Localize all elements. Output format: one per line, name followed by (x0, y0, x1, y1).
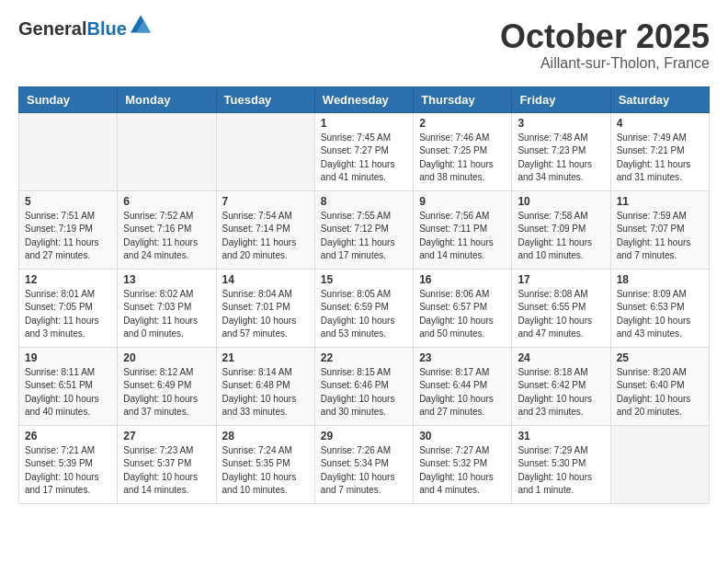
calendar-day-cell: 20Sunrise: 8:12 AM Sunset: 6:49 PM Dayli… (118, 347, 216, 425)
day-number: 26 (25, 430, 111, 442)
calendar-day-cell: 31Sunrise: 7:29 AM Sunset: 5:30 PM Dayli… (512, 425, 610, 503)
calendar-day-cell: 8Sunrise: 7:55 AM Sunset: 7:12 PM Daylig… (314, 190, 413, 269)
calendar-day-cell: 17Sunrise: 8:08 AM Sunset: 6:55 PM Dayli… (512, 269, 610, 347)
calendar-day-cell: 4Sunrise: 7:49 AM Sunset: 7:21 PM Daylig… (610, 112, 709, 190)
calendar-day-cell: 26Sunrise: 7:21 AM Sunset: 5:39 PM Dayli… (19, 425, 118, 503)
calendar-day-cell: 19Sunrise: 8:11 AM Sunset: 6:51 PM Dayli… (19, 347, 118, 425)
day-info: Sunrise: 8:06 AM Sunset: 6:57 PM Dayligh… (419, 288, 506, 341)
day-info: Sunrise: 8:08 AM Sunset: 6:55 PM Dayligh… (518, 288, 604, 341)
day-info: Sunrise: 8:11 AM Sunset: 6:51 PM Dayligh… (25, 366, 111, 419)
day-number: 16 (419, 273, 506, 286)
calendar-day-cell: 30Sunrise: 7:27 AM Sunset: 5:32 PM Dayli… (414, 425, 512, 503)
day-info: Sunrise: 7:29 AM Sunset: 5:30 PM Dayligh… (518, 444, 604, 498)
day-number: 1 (321, 117, 407, 130)
day-info: Sunrise: 8:20 AM Sunset: 6:40 PM Dayligh… (617, 366, 703, 419)
calendar-day-cell: 13Sunrise: 8:02 AM Sunset: 7:03 PM Dayli… (118, 269, 216, 347)
day-info: Sunrise: 7:54 AM Sunset: 7:14 PM Dayligh… (222, 210, 309, 263)
title-section: October 2025 Aillant-sur-Tholon, France (500, 18, 710, 72)
calendar-day-cell: 6Sunrise: 7:52 AM Sunset: 7:16 PM Daylig… (118, 190, 216, 269)
day-number: 30 (419, 430, 506, 442)
day-info: Sunrise: 7:59 AM Sunset: 7:07 PM Dayligh… (617, 210, 703, 263)
day-number: 13 (123, 273, 210, 286)
calendar-day-cell: 12Sunrise: 8:01 AM Sunset: 7:05 PM Dayli… (19, 269, 118, 347)
calendar-table: SundayMondayTuesdayWednesdayThursdayFrid… (18, 86, 710, 504)
calendar-day-cell: 16Sunrise: 8:06 AM Sunset: 6:57 PM Dayli… (414, 269, 512, 347)
day-info: Sunrise: 7:46 AM Sunset: 7:25 PM Dayligh… (419, 132, 506, 185)
day-number: 19 (25, 351, 111, 364)
day-number: 10 (518, 195, 604, 208)
calendar-day-cell: 18Sunrise: 8:09 AM Sunset: 6:53 PM Dayli… (610, 269, 709, 347)
month-title: October 2025 (500, 18, 710, 55)
calendar-day-cell (216, 112, 314, 190)
logo-general: GeneralBlue (18, 18, 127, 39)
calendar-day-cell: 25Sunrise: 8:20 AM Sunset: 6:40 PM Dayli… (610, 347, 709, 425)
day-number: 12 (25, 273, 111, 286)
day-number: 20 (123, 351, 210, 364)
day-info: Sunrise: 7:49 AM Sunset: 7:21 PM Dayligh… (617, 132, 703, 185)
calendar-day-cell: 3Sunrise: 7:48 AM Sunset: 7:23 PM Daylig… (512, 112, 610, 190)
day-number: 25 (617, 351, 703, 364)
day-number: 7 (222, 195, 309, 208)
calendar-day-cell: 2Sunrise: 7:46 AM Sunset: 7:25 PM Daylig… (414, 112, 512, 190)
page-header: GeneralBlue October 2025 Aillant-sur-Tho… (18, 18, 710, 72)
day-info: Sunrise: 7:55 AM Sunset: 7:12 PM Dayligh… (321, 210, 407, 263)
calendar-week-row: 26Sunrise: 7:21 AM Sunset: 5:39 PM Dayli… (19, 425, 710, 503)
day-number: 4 (617, 117, 703, 130)
calendar-day-cell (19, 112, 118, 190)
day-info: Sunrise: 7:45 AM Sunset: 7:27 PM Dayligh… (321, 132, 407, 185)
calendar-day-cell: 28Sunrise: 7:24 AM Sunset: 5:35 PM Dayli… (216, 425, 314, 503)
calendar-day-cell: 1Sunrise: 7:45 AM Sunset: 7:27 PM Daylig… (314, 112, 413, 190)
day-info: Sunrise: 8:05 AM Sunset: 6:59 PM Dayligh… (321, 288, 407, 341)
day-info: Sunrise: 7:26 AM Sunset: 5:34 PM Dayligh… (321, 444, 407, 498)
day-of-week-header: Thursday (414, 86, 512, 112)
calendar-day-cell: 27Sunrise: 7:23 AM Sunset: 5:37 PM Dayli… (118, 425, 216, 503)
calendar-day-cell: 11Sunrise: 7:59 AM Sunset: 7:07 PM Dayli… (610, 190, 709, 269)
day-number: 6 (123, 195, 210, 208)
day-of-week-header: Monday (118, 86, 216, 112)
calendar-day-cell: 10Sunrise: 7:58 AM Sunset: 7:09 PM Dayli… (512, 190, 610, 269)
day-info: Sunrise: 8:01 AM Sunset: 7:05 PM Dayligh… (25, 288, 111, 341)
day-number: 2 (419, 117, 506, 130)
day-info: Sunrise: 7:48 AM Sunset: 7:23 PM Dayligh… (518, 132, 604, 185)
day-info: Sunrise: 8:15 AM Sunset: 6:46 PM Dayligh… (321, 366, 407, 419)
calendar-header-row: SundayMondayTuesdayWednesdayThursdayFrid… (19, 86, 710, 112)
day-of-week-header: Tuesday (216, 86, 314, 112)
day-info: Sunrise: 7:52 AM Sunset: 7:16 PM Dayligh… (123, 210, 210, 263)
day-number: 9 (419, 195, 506, 208)
calendar-week-row: 5Sunrise: 7:51 AM Sunset: 7:19 PM Daylig… (19, 190, 710, 269)
logo: GeneralBlue (18, 18, 151, 39)
day-number: 28 (222, 430, 309, 442)
day-info: Sunrise: 8:17 AM Sunset: 6:44 PM Dayligh… (419, 366, 506, 419)
day-info: Sunrise: 8:09 AM Sunset: 6:53 PM Dayligh… (617, 288, 703, 341)
calendar-day-cell (118, 112, 216, 190)
day-of-week-header: Saturday (610, 86, 709, 112)
day-info: Sunrise: 7:21 AM Sunset: 5:39 PM Dayligh… (25, 444, 111, 498)
calendar-day-cell: 21Sunrise: 8:14 AM Sunset: 6:48 PM Dayli… (216, 347, 314, 425)
day-info: Sunrise: 8:12 AM Sunset: 6:49 PM Dayligh… (123, 366, 210, 419)
logo-icon (131, 14, 151, 34)
day-info: Sunrise: 7:24 AM Sunset: 5:35 PM Dayligh… (222, 444, 309, 498)
day-number: 27 (123, 430, 210, 442)
calendar-day-cell: 7Sunrise: 7:54 AM Sunset: 7:14 PM Daylig… (216, 190, 314, 269)
day-number: 14 (222, 273, 309, 286)
day-of-week-header: Sunday (19, 86, 118, 112)
day-number: 18 (617, 273, 703, 286)
day-number: 11 (617, 195, 703, 208)
day-number: 3 (518, 117, 604, 130)
day-number: 5 (25, 195, 111, 208)
calendar-week-row: 19Sunrise: 8:11 AM Sunset: 6:51 PM Dayli… (19, 347, 710, 425)
calendar-day-cell: 23Sunrise: 8:17 AM Sunset: 6:44 PM Dayli… (414, 347, 512, 425)
day-info: Sunrise: 7:27 AM Sunset: 5:32 PM Dayligh… (419, 444, 506, 498)
calendar-day-cell: 14Sunrise: 8:04 AM Sunset: 7:01 PM Dayli… (216, 269, 314, 347)
calendar-day-cell: 22Sunrise: 8:15 AM Sunset: 6:46 PM Dayli… (314, 347, 413, 425)
day-number: 29 (321, 430, 407, 442)
day-info: Sunrise: 8:04 AM Sunset: 7:01 PM Dayligh… (222, 288, 309, 341)
day-number: 23 (419, 351, 506, 364)
calendar-day-cell: 5Sunrise: 7:51 AM Sunset: 7:19 PM Daylig… (19, 190, 118, 269)
calendar-week-row: 12Sunrise: 8:01 AM Sunset: 7:05 PM Dayli… (19, 269, 710, 347)
day-number: 21 (222, 351, 309, 364)
day-info: Sunrise: 8:18 AM Sunset: 6:42 PM Dayligh… (518, 366, 604, 419)
day-info: Sunrise: 7:56 AM Sunset: 7:11 PM Dayligh… (419, 210, 506, 263)
calendar-week-row: 1Sunrise: 7:45 AM Sunset: 7:27 PM Daylig… (19, 112, 710, 190)
calendar-day-cell: 29Sunrise: 7:26 AM Sunset: 5:34 PM Dayli… (314, 425, 413, 503)
